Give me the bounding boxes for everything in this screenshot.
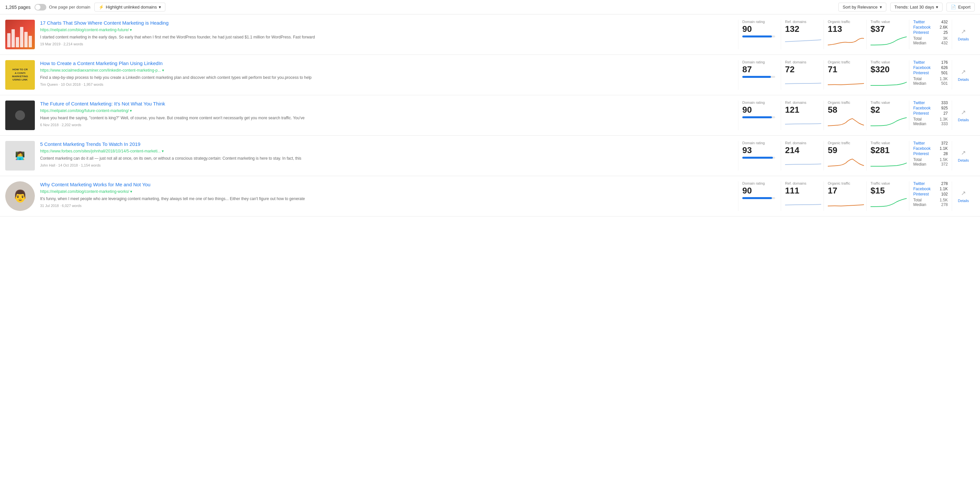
social-col: Twitter 333 Facebook 925 Pinterest 27 To… — [909, 100, 952, 130]
details-button[interactable]: Details — [958, 37, 969, 41]
traffic-value-label: Traffic value — [870, 20, 890, 24]
pinterest-row: Pinterest 102 — [913, 192, 948, 197]
domain-rating-label: Domain rating — [742, 141, 765, 145]
twitter-count: 372 — [941, 141, 948, 146]
svg-rect-1 — [742, 35, 772, 38]
article-title[interactable]: How to Create a Content Marketing Plan U… — [40, 60, 733, 67]
pinterest-label[interactable]: Pinterest — [913, 71, 929, 75]
median-row: Median 501 — [913, 81, 948, 86]
sort-button[interactable]: Sort by Relevance ▾ — [838, 3, 886, 11]
facebook-label[interactable]: Facebook — [913, 65, 931, 70]
twitter-label[interactable]: Twitter — [913, 141, 925, 146]
trend-icon[interactable]: ↗ — [961, 109, 966, 116]
pinterest-label[interactable]: Pinterest — [913, 192, 929, 197]
details-button[interactable]: Details — [958, 118, 969, 122]
twitter-count: 176 — [941, 60, 948, 65]
total-label: Total — [913, 36, 921, 41]
domain-rating-label: Domain rating — [742, 100, 765, 105]
pinterest-label[interactable]: Pinterest — [913, 151, 929, 156]
article-content: Why Content Marketing Works for Me and N… — [40, 181, 738, 211]
article-meta: Tim Queen · 10 Oct 2018 · 1,957 words — [40, 82, 733, 86]
total-label: Total — [913, 76, 921, 81]
domain-rating-col: Domain rating 90 — [738, 100, 781, 130]
article-title[interactable]: Why Content Marketing Works for Me and N… — [40, 181, 733, 188]
median-row: Median 333 — [913, 122, 948, 126]
details-button[interactable]: Details — [958, 78, 969, 81]
trends-button[interactable]: Trends: Last 30 days ▾ — [890, 3, 943, 11]
trend-icon[interactable]: ↗ — [961, 68, 966, 76]
facebook-label[interactable]: Facebook — [913, 106, 931, 110]
article-url[interactable]: https://neilpatel.com/blog/content-marke… — [40, 189, 204, 194]
article-url[interactable]: https://neilpatel.com/blog/content-marke… — [40, 28, 204, 32]
trend-icon[interactable]: ↗ — [961, 28, 966, 35]
ref-domains-col: Ref. domains 214 — [781, 141, 824, 171]
ref-domains-col: Ref. domains 72 — [781, 60, 824, 90]
median-label: Median — [913, 81, 926, 86]
details-col: ↗ Details — [952, 20, 975, 49]
article-content: 17 Charts That Show Where Content Market… — [40, 20, 738, 49]
organic-traffic-value: 17 — [828, 186, 837, 195]
social-col: Twitter 432 Facebook 2.6K Pinterest 25 T… — [909, 20, 952, 49]
metrics-area: Domain rating 90 Ref. domains 111 Organi… — [738, 181, 975, 211]
table-row: The Future of Content Marketing: It's No… — [0, 95, 980, 136]
pinterest-label[interactable]: Pinterest — [913, 111, 929, 116]
median-label: Median — [913, 202, 926, 207]
article-url[interactable]: https://www.forbes.com/sites/johnhall/20… — [40, 149, 204, 154]
organic-traffic-value: 58 — [828, 105, 837, 115]
article-url[interactable]: https://neilpatel.com/blog/future-conten… — [40, 108, 204, 113]
traffic-value-label: Traffic value — [870, 141, 890, 145]
total-count: 1.3K — [940, 76, 948, 81]
facebook-label[interactable]: Facebook — [913, 146, 931, 151]
twitter-row: Twitter 372 — [913, 141, 948, 146]
twitter-count: 432 — [941, 20, 948, 24]
facebook-label[interactable]: Facebook — [913, 25, 931, 30]
details-button[interactable]: Details — [958, 199, 969, 203]
facebook-count: 925 — [941, 106, 948, 110]
article-snippet: It's funny, when I meet people who are l… — [40, 196, 733, 202]
twitter-label[interactable]: Twitter — [913, 100, 925, 105]
article-title[interactable]: 5 Content Marketing Trends To Watch In 2… — [40, 141, 733, 148]
twitter-count: 278 — [941, 181, 948, 186]
one-page-toggle[interactable] — [35, 4, 46, 11]
organic-traffic-value: 113 — [828, 24, 842, 34]
median-label: Median — [913, 41, 926, 45]
domain-rating-label: Domain rating — [742, 181, 765, 185]
total-label: Total — [913, 198, 921, 202]
total-row: Total 3K — [913, 36, 948, 41]
highlight-btn[interactable]: ⚡ Highlight unlinked domains ▾ — [94, 3, 165, 11]
twitter-label[interactable]: Twitter — [913, 60, 925, 65]
trend-icon[interactable]: ↗ — [961, 149, 966, 156]
social-col: Twitter 372 Facebook 1.1K Pinterest 28 T… — [909, 141, 952, 171]
table-row: 👨 Why Content Marketing Works for Me and… — [0, 176, 980, 217]
ref-domains-label: Ref. domains — [785, 181, 807, 185]
facebook-count: 626 — [941, 65, 948, 70]
traffic-value-value: $15 — [870, 186, 885, 195]
twitter-row: Twitter 432 — [913, 20, 948, 24]
results-list: 17 Charts That Show Where Content Market… — [0, 14, 980, 217]
top-bar: 1,265 pages One page per domain ⚡ Highli… — [0, 0, 980, 14]
traffic-value-col: Traffic value $37 — [866, 20, 909, 49]
export-button[interactable]: 📄 Export — [947, 3, 975, 11]
twitter-row: Twitter 278 — [913, 181, 948, 186]
article-title[interactable]: The Future of Content Marketing: It's No… — [40, 100, 733, 107]
organic-traffic-value: 59 — [828, 146, 837, 155]
highlight-icon: ⚡ — [99, 5, 104, 10]
traffic-value-value: $37 — [870, 24, 885, 34]
article-title[interactable]: 17 Charts That Show Where Content Market… — [40, 20, 733, 26]
article-url[interactable]: https://www.socialmediaexaminer.com/link… — [40, 68, 204, 73]
trend-icon[interactable]: ↗ — [961, 190, 966, 197]
pinterest-count: 501 — [941, 71, 948, 75]
ref-domains-col: Ref. domains 121 — [781, 100, 824, 130]
domain-rating-col: Domain rating 87 — [738, 60, 781, 90]
article-meta: 6 Nov 2018 · 2,202 words — [40, 123, 733, 127]
twitter-label[interactable]: Twitter — [913, 181, 925, 186]
article-snippet: Have you heard the saying, "content is k… — [40, 115, 733, 121]
pinterest-label[interactable]: Pinterest — [913, 30, 929, 35]
facebook-label[interactable]: Facebook — [913, 187, 931, 191]
median-row: Median 372 — [913, 162, 948, 167]
organic-traffic-label: Organic traffic — [828, 60, 850, 64]
details-button[interactable]: Details — [958, 159, 969, 162]
traffic-value-col: Traffic value $2 — [866, 100, 909, 130]
table-row: HOW TO CRA CONTIMARKETINGUSING LINK How … — [0, 55, 980, 95]
twitter-label[interactable]: Twitter — [913, 20, 925, 24]
